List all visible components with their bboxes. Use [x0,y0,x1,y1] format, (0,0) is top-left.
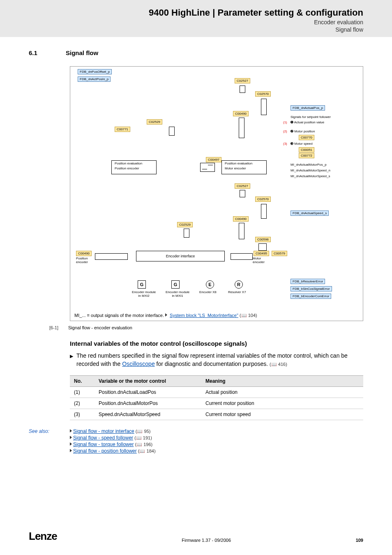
tag-c00771: C00771 [115,127,130,132]
label-enc-module-mxi1: Encoder module in MXI1 [166,290,189,298]
label-pos-eval-2b: Motor encoder [225,166,246,170]
symbol-r: R [235,280,243,289]
col-meaning: Meaning [201,376,363,387]
header-band: 9400 HighLine | Parameter setting & conf… [0,0,392,37]
label-resolver-x7: Resolver X7 [228,290,246,294]
block-encoder-interface: Encoder interface [136,251,225,261]
cell-no: (1) [70,387,95,398]
signal-fdb-dnactposin: FDB_dnActPosIn_p [78,76,111,82]
mux-c02529-upper [169,127,175,136]
cell-no: (2) [70,398,95,409]
cell-variable: Position.dnActualLoadPos [95,387,201,398]
doc-sub2: Signal flow [29,26,363,33]
cell-meaning: Current motor speed [201,409,363,420]
table-row: (3) Speed.dnActualMotorSpeed Current mot… [70,409,363,420]
block-gain-c00497 [200,163,215,172]
mux-c02570-lower [261,204,267,219]
table-row: (2) Position.dnActualMotorPos Current mo… [70,398,363,409]
label-encoder-x8: Encoder X8 [199,290,217,294]
doc-title: 9400 HighLine | Parameter setting & conf… [29,7,363,18]
signal-mi-actualmotorspeed-s: MI_dnActualMotorSpeed_s [291,174,330,178]
see-also-item: Signal flow - position follower (📖 184) [70,448,156,454]
footnote-ref: (📖 104) [240,313,257,318]
section-number: 6.1 [29,49,49,56]
see-also-ref: (📖 191) [133,435,152,440]
col-variable: Variable or the motor control [95,376,201,387]
see-also-link[interactable]: Signal flow - position follower [73,448,137,454]
subheading: Internal variables of the motor control … [70,340,363,347]
mux-c02527-lower [240,190,245,197]
signal-fdb-encodercomerror: FDB_bEncoderComError [291,294,331,299]
signal-mi-actualmotorspeed-n: MI_dnActualMotorSpeed_n [291,169,330,172]
tag-c02527-upper: C02527 [235,78,250,83]
red-marker-2: (2) [283,130,287,133]
triangle-icon [70,449,72,452]
see-also-item: Signal flow - speed follower (📖 191) [70,435,156,441]
block-gain-c00596 [258,243,267,251]
signal-fdb-dnactualspeed: FDB_dnActualSpeed_s [291,210,329,216]
tag-c00497: C00497 [206,157,221,162]
caption-text: Signal flow - encoder evaluation [68,325,132,330]
page-number: 109 [356,538,363,543]
signal-flow-diagram: FDB_dnPosOffset_p FDB_dnActPosIn_p C0252… [70,66,363,321]
see-also-label: See also: [29,428,58,455]
see-also-ref: (📖 184) [137,449,156,453]
bullet-text: The red numbers specified in the signal … [76,352,363,368]
symbol-g-2: G [171,280,180,289]
section-heading: 6.1 Signal flow [29,49,363,56]
see-also-link[interactable]: Signal flow - motor interface [73,428,134,434]
label-enc-module-mxi2: Encoder module in MXI2 [132,290,156,298]
red-marker-1: (1) [283,120,287,124]
signal-fdb-sincossignalerror: FDB_bSinCosSignalError [291,286,332,291]
signal-fdb-dnactualpos: FDB_dnActualPos_p [291,105,325,111]
triangle-icon [70,429,72,432]
tag-c00495: C00495 [254,251,269,256]
see-also: See also: Signal flow - motor interface … [29,428,363,455]
label-pos-eval-1b: Position encoder [115,166,139,170]
caption-number: [6-1] [49,325,58,330]
variables-table: No. Variable or the motor control Meanin… [70,375,363,420]
label-position-encoder: Position encoder [76,257,88,264]
tag-c00490-mid: C00490 [233,216,249,222]
triangle-icon [70,442,72,446]
cell-no: (3) [70,409,95,420]
see-also-link[interactable]: Signal flow - torque follower [73,442,134,447]
table-row: (1) Position.dnActualLoadPos Actual posi… [70,387,363,398]
tag-c02570-lower: C02570 [255,197,271,202]
label-motor-speed: ➌ Motor speed [291,142,313,146]
link-oscilloscope[interactable]: Oscilloscope [122,361,154,367]
label-motor-position: ➋ Motor position [291,130,315,133]
cell-meaning: Current motor position [201,398,363,409]
triangle-icon [70,436,72,439]
triangle-icon: ▶ [70,352,73,368]
label-pos-eval-1a: Position evaluation [115,162,142,165]
bullet-ref: (📖 416) [270,362,287,367]
cell-variable: Position.dnActualMotorPos [95,398,201,409]
footer-center: Firmware 1.37 - 09/2006 [182,538,231,543]
see-also-links: Signal flow - motor interface (📖 95)Sign… [70,428,156,455]
mux-position-encoder [95,253,128,260]
link-ls-motorinterface[interactable]: System block "LS_MotorInterface" [170,313,238,318]
tag-c00051: C00051 [299,147,314,153]
bullet-paragraph: ▶ The red numbers specified in the signa… [70,352,363,368]
footnote-pre: MI_... = output signals of the motor int… [74,313,165,318]
tag-c00579: C00579 [272,251,287,256]
tag-c02529-lower: C02529 [177,222,193,227]
signal-fdb-resolvererror: FDB_bResolverError [291,279,325,284]
signal-fdb-dnposoffset: FDB_dnPosOffset_p [78,69,112,74]
mux-c00490-mid [239,223,244,239]
see-also-item: Signal flow - torque follower (📖 196) [70,442,156,447]
label-motor-encoder: Motor encoder [253,257,265,264]
see-also-ref: (📖 95) [134,429,151,434]
label-pos-eval-2a: Position evaluation [225,162,252,165]
triangle-icon [165,313,167,317]
see-also-link[interactable]: Signal flow - speed follower [73,435,133,441]
diagram-footnote: MI_... = output signals of the motor int… [74,311,257,318]
tag-c02529-upper: C02529 [147,119,162,125]
page-footer: Lenze Firmware 1.37 - 09/2006 109 [29,530,363,543]
signal-mi-actualmotorpos: MI_dnActualMotorPos_p [291,163,327,166]
cell-meaning: Actual position [201,387,363,398]
tag-c00770: C00770 [299,135,314,140]
content-area: 6.1 Signal flow FDB_dnPosOffset_p FDB_dn… [0,37,392,455]
symbol-e: E [206,280,214,289]
